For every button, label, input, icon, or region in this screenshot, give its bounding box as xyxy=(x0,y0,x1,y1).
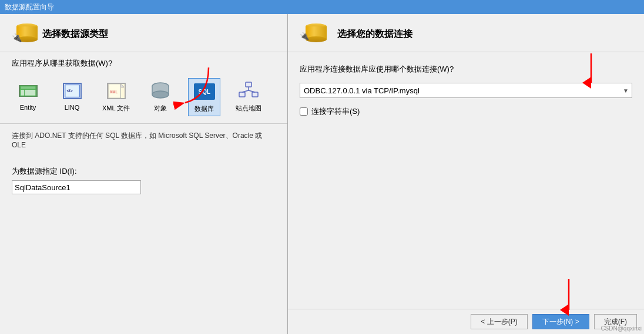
svg-text:XML: XML xyxy=(109,90,118,94)
connection-dropdown-wrapper: ODBC.127.0.0.1 via TCP/IP.mysql ▼ xyxy=(300,83,632,98)
prev-button[interactable]: < 上一步(P) xyxy=(471,314,527,329)
id-label: 为数据源指定 ID(I): xyxy=(12,166,276,177)
entity-item[interactable]: Entity xyxy=(12,78,44,116)
connection-dropdown[interactable]: ODBC.127.0.0.1 via TCP/IP.mysql xyxy=(300,83,632,98)
svg-line-19 xyxy=(242,90,249,92)
connection-label: 应用程序连接数据库应使用哪个数据连接(W)? xyxy=(300,64,632,75)
svg-rect-16 xyxy=(239,92,245,97)
linq-icon: </> xyxy=(61,80,84,102)
linq-item[interactable]: </> LINQ xyxy=(56,78,88,116)
title-bar: 数据源配置向导 xyxy=(0,0,644,14)
right-panel-footer: < 上一步(P) 下一步(N) > 完成(F) xyxy=(288,309,644,334)
right-panel-content: 应用程序连接数据库应使用哪个数据连接(W)? ODBC.127.0.0.1 vi… xyxy=(288,52,644,309)
description-area: 连接到 ADO.NET 支持的任何 SQL 数据库，如 Microsoft SQ… xyxy=(0,124,287,159)
sitemap-icon xyxy=(237,80,260,102)
database-label: 数据库 xyxy=(194,104,214,113)
description-text: 连接到 ADO.NET 支持的任何 SQL 数据库，如 Microsoft SQ… xyxy=(12,131,262,149)
plug-right-icon: 🔌 xyxy=(300,32,309,41)
svg-rect-15 xyxy=(246,82,251,87)
id-input[interactable] xyxy=(12,180,141,194)
connection-string-label: 连接字符串(S) xyxy=(311,106,360,117)
connection-string-checkbox[interactable] xyxy=(300,107,308,116)
database-item[interactable]: SQL 数据库 xyxy=(188,78,220,116)
datasource-icons-row: Entity </> LINQ xyxy=(0,73,287,123)
right-panel: 🔌 选择您的数据连接 应用程序连接数据库应使用哪个数据连接(W)? ODBC.1… xyxy=(288,14,644,334)
entity-label: Entity xyxy=(20,104,36,111)
svg-point-12 xyxy=(152,91,169,98)
linq-label: LINQ xyxy=(65,104,80,111)
next-button[interactable]: 下一步(N) > xyxy=(532,314,589,329)
right-header-icon: 🔌 xyxy=(300,23,330,45)
sitemap-item[interactable]: 站点地图 xyxy=(232,78,264,116)
finish-button[interactable]: 完成(F) xyxy=(594,314,637,329)
sql-badge-icon: SQL xyxy=(194,83,215,100)
svg-rect-1 xyxy=(20,86,35,90)
title-bar-label: 数据源配置向导 xyxy=(5,2,54,12)
object-icon xyxy=(149,80,172,102)
svg-text:</>: </> xyxy=(66,89,72,93)
left-panel: 🔌 选择数据源类型 应用程序从哪里获取数据(W)? xyxy=(0,14,288,334)
svg-marker-6 xyxy=(120,84,124,87)
object-label: 对象 xyxy=(154,104,167,113)
left-header-icon: 🔌 xyxy=(12,23,35,45)
xml-label: XML 文件 xyxy=(102,104,130,113)
right-panel-title: 选择您的数据连接 xyxy=(337,28,412,41)
entity-icon xyxy=(16,80,40,102)
connection-string-row: 连接字符串(S) xyxy=(300,106,632,117)
svg-rect-17 xyxy=(252,92,258,97)
xml-item[interactable]: XML XML 文件 xyxy=(100,78,132,116)
id-section: 为数据源指定 ID(I): xyxy=(0,159,287,201)
left-panel-title: 选择数据源类型 xyxy=(42,28,108,41)
svg-line-20 xyxy=(249,90,255,92)
left-panel-header: 🔌 选择数据源类型 xyxy=(0,14,287,52)
plug-icon: 🔌 xyxy=(12,33,22,42)
sitemap-label: 站点地图 xyxy=(236,104,261,113)
object-item[interactable]: 对象 xyxy=(144,78,176,116)
section-label: 应用程序从哪里获取数据(W)? xyxy=(0,52,287,73)
database-datasource-icon: SQL xyxy=(193,81,216,102)
xml-file-icon: XML xyxy=(105,80,128,102)
right-panel-header: 🔌 选择您的数据连接 xyxy=(288,14,644,52)
